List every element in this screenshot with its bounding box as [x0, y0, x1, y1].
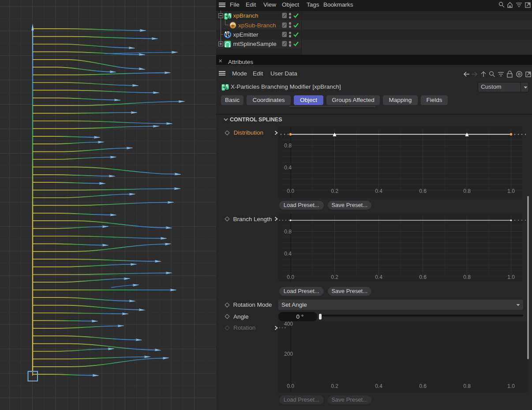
- svg-text:0.6: 0.6: [419, 383, 427, 389]
- svg-text:0.6: 0.6: [419, 274, 427, 280]
- svg-text:1.0: 1.0: [507, 383, 515, 389]
- svg-text:0.0: 0.0: [287, 383, 294, 389]
- svg-text:0.8: 0.8: [463, 383, 471, 389]
- svg-text:200: 200: [284, 351, 293, 357]
- svg-text:0.0: 0.0: [287, 188, 294, 194]
- svg-text:1.0: 1.0: [507, 188, 515, 194]
- svg-text:0.4: 0.4: [375, 383, 382, 389]
- svg-text:0.4: 0.4: [375, 274, 382, 280]
- svg-text:0.8: 0.8: [463, 188, 471, 194]
- svg-text:400: 400: [284, 321, 293, 327]
- svg-text:0.2: 0.2: [331, 188, 338, 194]
- svg-text:0.4: 0.4: [284, 251, 292, 257]
- svg-text:0.4: 0.4: [375, 188, 382, 194]
- svg-text:1.0: 1.0: [507, 274, 515, 280]
- svg-text:0.4: 0.4: [284, 165, 292, 171]
- svg-text:0.0: 0.0: [287, 274, 294, 280]
- svg-text:0.8: 0.8: [284, 143, 292, 149]
- svg-text:0.6: 0.6: [419, 188, 427, 194]
- svg-text:0.2: 0.2: [331, 274, 338, 280]
- svg-text:0.8: 0.8: [463, 274, 471, 280]
- svg-text:0.2: 0.2: [331, 383, 338, 389]
- svg-text:0.8: 0.8: [284, 229, 292, 235]
